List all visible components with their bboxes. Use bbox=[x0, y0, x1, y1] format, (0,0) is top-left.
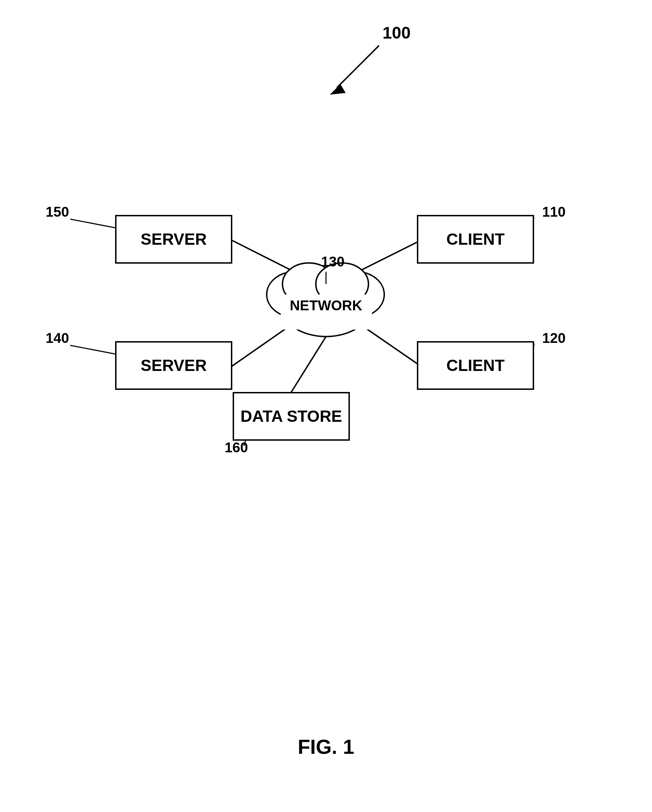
line-to-datastore-160 bbox=[291, 337, 326, 393]
client-110-label: CLIENT bbox=[446, 230, 505, 248]
datastore-160-ref: 160 bbox=[225, 440, 248, 455]
ref-label-100: 100 bbox=[383, 23, 410, 42]
server-150-ref-line bbox=[70, 219, 116, 228]
client-120-label: CLIENT bbox=[446, 356, 505, 374]
server-140-group: SERVER 140 bbox=[46, 330, 232, 389]
client-110-group: CLIENT 110 bbox=[418, 204, 566, 263]
server-140-ref: 140 bbox=[46, 330, 69, 346]
server-150-label: SERVER bbox=[141, 230, 207, 248]
network-ref: 130 bbox=[321, 254, 344, 269]
svg-line-7 bbox=[533, 343, 534, 348]
server-150-group: SERVER 150 bbox=[46, 204, 232, 263]
network-label: NETWORK bbox=[290, 298, 363, 313]
datastore-160-group: DATA STORE 160 bbox=[225, 393, 349, 455]
server-140-label: SERVER bbox=[141, 356, 207, 374]
server-140-ref-line bbox=[70, 345, 116, 354]
client-120-ref: 120 bbox=[542, 330, 566, 346]
datastore-160-label: DATA STORE bbox=[240, 407, 342, 425]
figure-caption: FIG. 1 bbox=[298, 735, 354, 758]
diagram-container: 100 NETWORK 130 bbox=[0, 0, 652, 812]
client-120-group: CLIENT 120 bbox=[418, 330, 566, 389]
svg-line-6 bbox=[533, 217, 534, 219]
server-150-ref: 150 bbox=[46, 204, 69, 220]
client-110-ref: 110 bbox=[542, 204, 566, 220]
ref-arrow bbox=[337, 46, 379, 88]
ref-arrowhead bbox=[330, 84, 346, 95]
